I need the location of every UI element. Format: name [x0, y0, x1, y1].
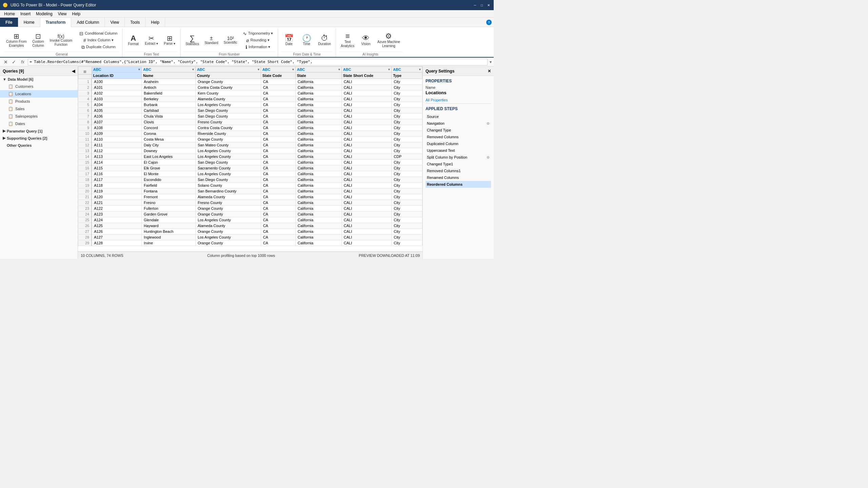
step-item-uppercased-text[interactable]: Uppercased Text [426, 147, 491, 154]
formula-confirm-btn[interactable]: ✓ [10, 58, 18, 66]
location-id-header[interactable]: ABC ▾ Location ID [92, 67, 141, 79]
menu-view[interactable]: View [55, 11, 70, 17]
menu-help[interactable]: Help [70, 11, 83, 17]
state-filter[interactable]: ▾ [338, 68, 340, 71]
duplicate-column-btn[interactable]: ⧉ Duplicate Column [77, 44, 119, 50]
table-row[interactable]: 17A116El MonteLos Angeles CountyCACalifo… [78, 171, 422, 177]
tab-add-column[interactable]: Add Column [71, 18, 105, 27]
help-icon[interactable]: ? [486, 20, 492, 25]
maximize-btn[interactable]: □ [479, 3, 484, 7]
extract-btn[interactable]: ✂ Extract ▾ [143, 34, 160, 47]
formula-expand-btn[interactable]: ▾ [490, 60, 492, 64]
table-row[interactable]: 22A121FresnoFresno CountyCACaliforniaCAL… [78, 200, 422, 206]
settings-close-btn[interactable]: ✕ [488, 69, 491, 74]
scientific-btn[interactable]: 10² Scientific [222, 35, 239, 46]
rounding-btn[interactable]: ⌀ Rounding ▾ [241, 37, 275, 43]
tab-tools[interactable]: Tools [125, 18, 145, 27]
table-row[interactable]: 1A100AnaheimOrange CountyCACaliforniaCAL… [78, 79, 422, 85]
name-header[interactable]: ABC ▾ Name [142, 67, 196, 79]
vision-btn[interactable]: 👁 Vision [358, 33, 374, 47]
formula-input[interactable] [28, 59, 488, 65]
step-item-reordered-columns[interactable]: Reordered Columns [426, 181, 491, 188]
date-btn[interactable]: 📅 Date [281, 33, 297, 47]
text-analytics-btn[interactable]: ≡ TextAnalytics [339, 31, 356, 49]
data-grid[interactable]: ⊞ ABC ▾ [78, 66, 422, 251]
index-column-btn[interactable]: # Index Column ▾ [77, 37, 119, 43]
other-header[interactable]: ▶ Other Queries [0, 142, 78, 149]
menu-modeling[interactable]: Modeling [33, 11, 55, 17]
parse-btn[interactable]: ⊞ Parse ▾ [161, 34, 178, 47]
state-code-filter[interactable]: ▾ [292, 68, 294, 71]
parameter-header[interactable]: ▶ Parameter Query [1] [0, 127, 78, 135]
table-row[interactable]: 3A102BakersfieldKern CountyCACaliforniaC… [78, 90, 422, 96]
step-item-renamed-columns[interactable]: Renamed Columns [426, 174, 491, 181]
azure-ml-btn[interactable]: ⚙ Azure MachineLearning [375, 31, 402, 49]
state-short-code-header[interactable]: ABC ▾ State Short Code [341, 67, 391, 79]
table-row[interactable]: 19A118FairfieldSolano CountyCACalifornia… [78, 183, 422, 188]
table-row[interactable]: 26A125HaywardAlameda CountyCACaliforniaC… [78, 223, 422, 229]
standard-btn[interactable]: ± Standard [202, 34, 220, 46]
table-row[interactable]: 10A109CoronaRiverside CountyCACalifornia… [78, 131, 422, 137]
minimize-btn[interactable]: ─ [473, 3, 477, 7]
table-row[interactable]: 6A105CarlsbadSan Diego CountyCACaliforni… [78, 108, 422, 114]
time-btn[interactable]: 🕐 Time [298, 33, 315, 47]
column-from-examples-btn[interactable]: ⊞ Column FromExamples [4, 32, 29, 49]
table-row[interactable]: 14A113East Los AngelesLos Angeles County… [78, 154, 422, 160]
sidebar-item-sales[interactable]: 📋 Sales [0, 105, 78, 113]
sidebar-item-locations[interactable]: 📋 Locations [0, 90, 78, 98]
close-btn[interactable]: ✕ [486, 3, 491, 7]
type-header[interactable]: ABC ▾ Type [392, 67, 422, 79]
sidebar-item-dates[interactable]: 📋 Dates [0, 120, 78, 127]
tab-home[interactable]: Home [18, 18, 40, 27]
tab-help[interactable]: Help [145, 18, 165, 27]
step-item-navigation[interactable]: Navigation⚙ [426, 120, 491, 127]
sidebar-item-customers[interactable]: 📋 Customers [0, 83, 78, 90]
table-row[interactable]: 12A111Daly CitySan Mateo CountyCACalifor… [78, 142, 422, 148]
table-row[interactable]: 8A107ClovisFresno CountyCACaliforniaCALI… [78, 119, 422, 125]
formula-cancel-btn[interactable]: ✕ [2, 58, 9, 66]
table-row[interactable]: 13A112DowneyLos Angeles CountyCACaliforn… [78, 148, 422, 154]
table-row[interactable]: 20A119FontanaSan Bernardino CountyCACali… [78, 188, 422, 194]
state-header[interactable]: ABC ▾ State [295, 67, 341, 79]
conditional-column-btn[interactable]: ⊟ Conditional Column [77, 30, 119, 37]
statistics-btn[interactable]: ∑ Statistics [183, 33, 201, 47]
state-code-header[interactable]: ABC ▾ State Code [261, 67, 295, 79]
table-row[interactable]: 28A127InglewoodLos Angeles CountyCACalif… [78, 235, 422, 240]
step-item-duplicated-column[interactable]: Duplicated Column [426, 140, 491, 147]
information-btn[interactable]: ℹ Information ▾ [241, 44, 275, 50]
table-row[interactable]: 25A124GlendaleLos Angeles CountyCACalifo… [78, 217, 422, 223]
step-item-source[interactable]: Source [426, 113, 491, 120]
county-header[interactable]: ABC ▾ County [195, 67, 261, 79]
table-row[interactable]: 16A115Elk GroveSacramento CountyCACalifo… [78, 165, 422, 171]
menu-insert[interactable]: Insert [18, 11, 33, 17]
state-short-code-filter[interactable]: ▾ [388, 68, 390, 71]
table-row[interactable]: 29A128IrvineOrange CountyCACaliforniaCAL… [78, 240, 422, 246]
table-row[interactable]: 9A108ConcordContra Costa CountyCACalifor… [78, 125, 422, 131]
county-filter[interactable]: ▾ [258, 68, 259, 71]
custom-column-btn[interactable]: ⊡ CustomColumn [30, 32, 46, 49]
step-item-removed-columns[interactable]: Removed Columns [426, 134, 491, 140]
step-gear-icon[interactable]: ⚙ [487, 156, 490, 159]
table-row[interactable]: 4A103BerkeleyAlameda CountyCACaliforniaC… [78, 96, 422, 102]
table-row[interactable]: 2A101AntiochContra Costa CountyCACalifor… [78, 85, 422, 90]
table-row[interactable]: 23A122FullertonOrange CountyCACalifornia… [78, 206, 422, 211]
step-item-split-column[interactable]: Split Column by Position⚙ [426, 154, 491, 161]
tab-transform[interactable]: Transform [40, 18, 72, 27]
table-row[interactable]: 7A106Chula VistaSan Diego CountyCACalifo… [78, 114, 422, 119]
table-row[interactable]: 5A104BurbankLos Angeles CountyCACaliforn… [78, 102, 422, 108]
title-controls[interactable]: ─ □ ✕ [473, 3, 491, 7]
step-item-changed-type[interactable]: Changed Type [426, 127, 491, 134]
supporting-header[interactable]: ▶ Supporting Queries [2] [0, 135, 78, 142]
data-model-header[interactable]: ▼ Data Model [6] [0, 76, 78, 83]
duration-btn[interactable]: ⏱ Duration [316, 33, 333, 47]
table-row[interactable]: 27A126Huntington BeachOrange CountyCACal… [78, 229, 422, 235]
invoke-custom-function-btn[interactable]: f(x) Invoke CustomFunction [48, 33, 75, 48]
step-item-changed-type1[interactable]: Changed Type1 [426, 161, 491, 167]
name-filter[interactable]: ▾ [192, 68, 194, 71]
step-item-removed-columns1[interactable]: Removed Columns1 [426, 167, 491, 174]
tab-file[interactable]: File [0, 18, 18, 27]
format-btn[interactable]: A Format [125, 33, 141, 47]
sidebar-item-products[interactable]: 📋 Products [0, 98, 78, 105]
menu-home[interactable]: Home [1, 11, 18, 17]
table-row[interactable]: 11A110Costa MesaOrange CountyCACaliforni… [78, 137, 422, 142]
